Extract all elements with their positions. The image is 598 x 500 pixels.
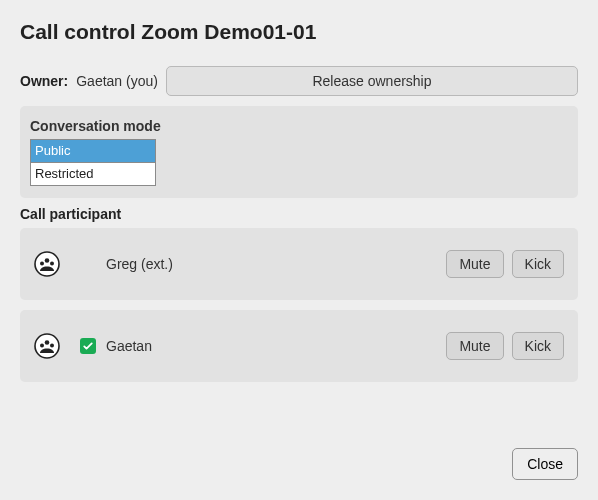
kick-button[interactable]: Kick [512, 250, 564, 278]
svg-point-3 [50, 262, 54, 266]
participant-name: Greg (ext.) [106, 256, 446, 272]
close-button[interactable]: Close [512, 448, 578, 480]
participant-row: Greg (ext.)MuteKick [20, 228, 578, 300]
check-icon [82, 340, 94, 352]
participant-checkbox[interactable] [80, 338, 96, 354]
conversation-mode-list[interactable]: PublicRestricted [30, 139, 156, 186]
svg-point-0 [35, 252, 59, 276]
svg-point-2 [40, 262, 44, 266]
participant-icon [34, 333, 60, 359]
conversation-mode-title: Conversation mode [30, 118, 568, 134]
svg-point-5 [45, 340, 50, 345]
participant-name: Gaetan [106, 338, 446, 354]
participant-icon [34, 251, 60, 277]
svg-point-6 [40, 344, 44, 348]
owner-value: Gaetan (you) [76, 73, 158, 89]
mode-option-public[interactable]: Public [31, 140, 155, 162]
svg-point-4 [35, 334, 59, 358]
owner-label: Owner: [20, 73, 68, 89]
participant-row: GaetanMuteKick [20, 310, 578, 382]
participant-checkbox-slot [80, 256, 96, 272]
release-ownership-button[interactable]: Release ownership [166, 66, 578, 96]
svg-point-7 [50, 344, 54, 348]
svg-point-1 [45, 258, 50, 263]
kick-button[interactable]: Kick [512, 332, 564, 360]
owner-row: Owner: Gaetan (you) Release ownership [20, 66, 578, 96]
participants-title: Call participant [20, 206, 578, 222]
group-icon [34, 251, 60, 277]
mute-button[interactable]: Mute [446, 332, 503, 360]
participant-checkbox-slot [80, 338, 96, 354]
conversation-mode-panel: Conversation mode PublicRestricted [20, 106, 578, 198]
mute-button[interactable]: Mute [446, 250, 503, 278]
mode-option-restricted[interactable]: Restricted [31, 162, 155, 185]
page-title: Call control Zoom Demo01-01 [20, 20, 578, 44]
participant-actions: MuteKick [446, 332, 564, 360]
participant-actions: MuteKick [446, 250, 564, 278]
group-icon [34, 333, 60, 359]
